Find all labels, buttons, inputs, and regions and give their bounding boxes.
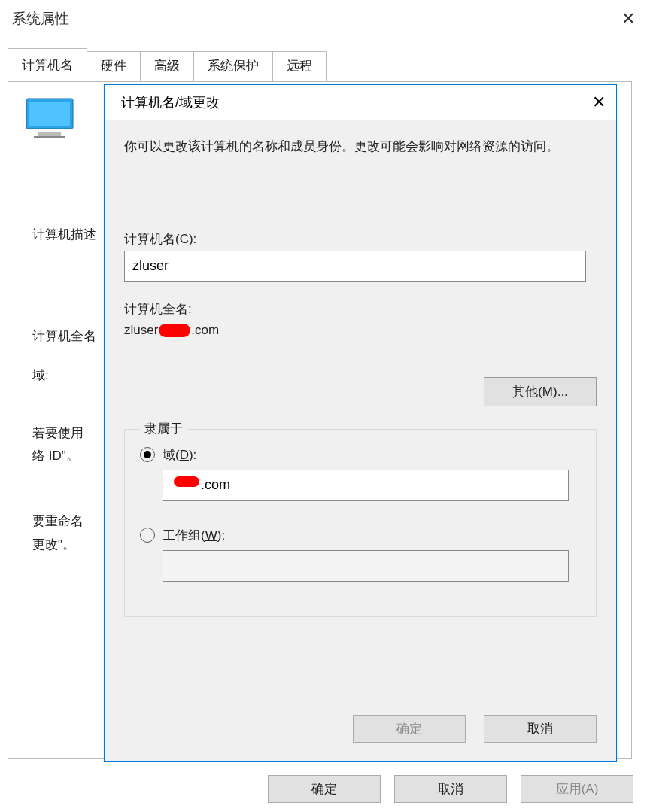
radio-domain-row[interactable]: 域(D): — [140, 446, 581, 464]
radio-workgroup[interactable] — [140, 528, 155, 543]
radio-domain-label: 域(D): — [163, 446, 196, 464]
svg-rect-2 — [38, 132, 61, 136]
label-rename-1: 要重命名 — [32, 510, 96, 534]
tab-remote[interactable]: 远程 — [272, 51, 327, 84]
other-button[interactable]: 其他(M)... — [484, 377, 597, 406]
close-icon[interactable]: ✕ — [621, 9, 635, 29]
rename-dialog-title: 计算机名/域更改 — [121, 93, 220, 111]
domain-input[interactable] — [163, 470, 569, 501]
close-icon[interactable]: ✕ — [592, 93, 606, 112]
rename-dialog-titlebar: 计算机名/域更改 ✕ — [105, 85, 616, 120]
inner-button-row: 确定 取消 — [353, 715, 597, 743]
label-description: 计算机描述 — [32, 224, 96, 247]
domain-input-wrap — [140, 470, 581, 519]
computer-name-input[interactable] — [124, 251, 586, 282]
tab-hardware[interactable]: 硬件 — [87, 51, 141, 84]
label-wizard-2: 络 ID"。 — [32, 445, 96, 468]
label-rename-2: 更改"。 — [32, 534, 96, 557]
outer-button-row: 确定 取消 应用(A) — [268, 775, 633, 803]
tabs: 计算机名 硬件 高级 系统保护 远程 — [8, 48, 638, 81]
workgroup-input — [163, 550, 569, 582]
rename-dialog-body: 你可以更改该计算机的名称和成员身份。更改可能会影响对网络资源的访问。 计算机名(… — [105, 120, 616, 617]
computer-icon — [23, 96, 82, 144]
redaction-mark — [159, 324, 190, 337]
intro-text: 你可以更改该计算机的名称和成员身份。更改可能会影响对网络资源的访问。 — [124, 136, 597, 158]
computer-name-label: 计算机名(C): — [124, 230, 597, 248]
tab-advanced[interactable]: 高级 — [140, 51, 194, 84]
fullname-label: 计算机全名: — [124, 300, 597, 318]
group-legend: 隶属于 — [140, 420, 187, 437]
radio-domain[interactable] — [140, 447, 155, 462]
label-wizard-1: 若要使用 — [32, 422, 96, 446]
label-fullname: 计算机全名 — [32, 325, 96, 348]
member-of-group: 隶属于 域(D): 工作组(W): — [124, 429, 597, 617]
system-properties-titlebar: 系统属性 ✕ — [0, 0, 647, 38]
tab-computer-name[interactable]: 计算机名 — [8, 48, 87, 81]
apply-button[interactable]: 应用(A) — [521, 775, 633, 803]
rename-dialog: 计算机名/域更改 ✕ 你可以更改该计算机的名称和成员身份。更改可能会影响对网络资… — [104, 84, 617, 762]
redaction-mark — [174, 476, 199, 487]
cancel-button[interactable]: 取消 — [394, 775, 507, 803]
system-properties-title: 系统属性 — [12, 9, 69, 29]
radio-workgroup-row[interactable]: 工作组(W): — [140, 527, 581, 544]
radio-workgroup-label: 工作组(W): — [163, 527, 225, 544]
tab-system-protection[interactable]: 系统保护 — [193, 51, 273, 84]
svg-rect-3 — [34, 136, 65, 138]
label-domain: 域: — [32, 364, 96, 388]
other-button-row: 其他(M)... — [124, 377, 597, 406]
fullname-value: zluser.com — [124, 321, 597, 338]
ok-button[interactable]: 确定 — [268, 775, 381, 803]
ok-button[interactable]: 确定 — [353, 715, 466, 743]
left-labels: 计算机描述 计算机全名 域: 若要使用 络 ID"。 要重命名 更改"。 — [32, 224, 96, 556]
cancel-button[interactable]: 取消 — [484, 715, 597, 743]
svg-rect-1 — [29, 102, 70, 126]
